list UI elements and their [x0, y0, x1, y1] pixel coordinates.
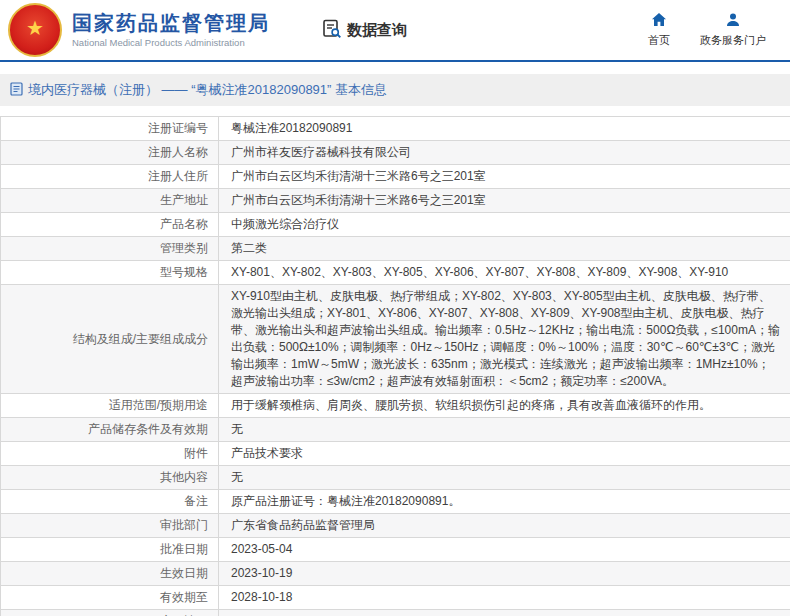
table-row: 批准日期2023-05-04 [1, 538, 790, 562]
row-value: 粤械注准20182090891 [218, 117, 790, 140]
table-row: 注册人名称广州市祥友医疗器械科技有限公司 [1, 141, 790, 165]
row-label-text: 产品储存条件及有效期 [88, 421, 208, 438]
brand-block: 国家药品监督管理局 National Medical Products Admi… [72, 12, 270, 48]
row-label: 型号规格 [1, 261, 218, 284]
row-value-text: XY-801、XY-802、XY-803、XY-805、XY-806、XY-80… [231, 264, 728, 281]
row-value-text: 广州市白云区均禾街清湖十三米路6号之三201室 [231, 168, 486, 185]
row-value: XY-801、XY-802、XY-803、XY-805、XY-806、XY-80… [218, 261, 790, 284]
row-value-text: 产品技术要求 [231, 445, 303, 462]
header-nav: 首页 政务服务门户 [648, 12, 776, 48]
row-value: 第二类 [218, 237, 790, 260]
table-row: 变更情况 [1, 610, 790, 616]
row-value: 用于缓解颈椎病、肩周炎、腰肌劳损、软组织损伤引起的疼痛，具有改善血液循环的作用。 [218, 394, 790, 417]
table-row: 注册证编号粤械注准20182090891 [1, 117, 790, 141]
nav-home[interactable]: 首页 [648, 12, 670, 48]
row-label-text: 适用范围/预期用途 [109, 397, 208, 414]
breadcrumb: 境内医疗器械（注册） —— “粤械注准20182090891” 基本信息 [0, 74, 790, 106]
row-label-text: 有效期至 [160, 589, 208, 606]
row-value-text: 中频激光综合治疗仪 [231, 216, 339, 233]
table-row: 型号规格XY-801、XY-802、XY-803、XY-805、XY-806、X… [1, 261, 790, 285]
row-label: 生产地址 [1, 189, 218, 212]
table-row: 结构及组成/主要组成成分XY-910型由主机、皮肤电极、热疗带组成；XY-802… [1, 285, 790, 394]
row-label: 有效期至 [1, 586, 218, 609]
row-label-text: 型号规格 [160, 264, 208, 281]
table-row: 其他内容无 [1, 466, 790, 490]
row-label: 注册证编号 [1, 117, 218, 140]
table-row: 生产地址广州市白云区均禾街清湖十三米路6号之三201室 [1, 189, 790, 213]
row-value: XY-910型由主机、皮肤电极、热疗带组成；XY-802、XY-803、XY-8… [218, 285, 790, 393]
row-value: 广州市祥友医疗器械科技有限公司 [218, 141, 790, 164]
data-query-label: 数据查询 [347, 21, 407, 40]
row-label: 附件 [1, 442, 218, 465]
star-icon: ★ [26, 18, 44, 38]
national-emblem-logo: ★ [8, 3, 62, 57]
home-icon [651, 12, 667, 30]
row-value-text: 无 [231, 421, 243, 438]
row-value: 广州市白云区均禾街清湖十三米路6号之三201室 [218, 165, 790, 188]
row-value-text: 广东省食品药品监督管理局 [231, 517, 375, 534]
row-label-text: 生效日期 [160, 565, 208, 582]
row-value-text: 2028-10-18 [231, 589, 292, 606]
row-label: 注册人名称 [1, 141, 218, 164]
row-label: 管理类别 [1, 237, 218, 260]
data-query-tab[interactable]: 数据查询 [322, 19, 407, 42]
row-value-text: 粤械注准20182090891 [231, 120, 352, 137]
row-label: 其他内容 [1, 466, 218, 489]
row-value: 中频激光综合治疗仪 [218, 213, 790, 236]
row-value: 2023-05-04 [218, 538, 790, 561]
row-value-text: 用于缓解颈椎病、肩周炎、腰肌劳损、软组织损伤引起的疼痛，具有改善血液循环的作用。 [231, 397, 711, 414]
row-value: 广东省食品药品监督管理局 [218, 514, 790, 537]
row-value: 原产品注册证号：粤械注准20182090891。 [218, 490, 790, 513]
nav-portal-label: 政务服务门户 [700, 33, 766, 48]
table-row: 备注原产品注册证号：粤械注准20182090891。 [1, 490, 790, 514]
info-table: 注册证编号粤械注准20182090891注册人名称广州市祥友医疗器械科技有限公司… [0, 116, 790, 616]
row-label: 审批部门 [1, 514, 218, 537]
table-row: 注册人住所广州市白云区均禾街清湖十三米路6号之三201室 [1, 165, 790, 189]
row-label: 变更情况 [1, 610, 218, 616]
table-row: 产品储存条件及有效期无 [1, 418, 790, 442]
row-value-text: 广州市白云区均禾街清湖十三米路6号之三201室 [231, 192, 486, 209]
row-label-text: 审批部门 [160, 517, 208, 534]
nav-home-label: 首页 [648, 33, 670, 48]
nav-portal[interactable]: 政务服务门户 [700, 12, 766, 48]
row-label-text: 其他内容 [160, 469, 208, 486]
row-label-text: 备注 [184, 493, 208, 510]
row-value: 产品技术要求 [218, 442, 790, 465]
row-label: 结构及组成/主要组成成分 [1, 285, 218, 393]
row-label: 生效日期 [1, 562, 218, 585]
row-value: 2028-10-18 [218, 586, 790, 609]
table-row: 有效期至2028-10-18 [1, 586, 790, 610]
document-icon [10, 82, 23, 99]
table-row: 适用范围/预期用途用于缓解颈椎病、肩周炎、腰肌劳损、软组织损伤引起的疼痛，具有改… [1, 394, 790, 418]
row-value: 2023-10-19 [218, 562, 790, 585]
row-label-text: 注册人名称 [148, 144, 208, 161]
row-value-text: XY-910型由主机、皮肤电极、热疗带组成；XY-802、XY-803、XY-8… [231, 288, 780, 390]
row-value-text: 2023-10-19 [231, 565, 292, 582]
site-header: ★ 国家药品监督管理局 National Medical Products Ad… [0, 0, 790, 62]
row-label-text: 生产地址 [160, 192, 208, 209]
row-label: 注册人住所 [1, 165, 218, 188]
table-row: 审批部门广东省食品药品监督管理局 [1, 514, 790, 538]
row-label: 适用范围/预期用途 [1, 394, 218, 417]
row-value: 广州市白云区均禾街清湖十三米路6号之三201室 [218, 189, 790, 212]
row-label-text: 注册证编号 [148, 120, 208, 137]
row-value-text: 第二类 [231, 240, 267, 257]
row-label-text: 产品名称 [160, 216, 208, 233]
table-row: 管理类别第二类 [1, 237, 790, 261]
table-row: 生效日期2023-10-19 [1, 562, 790, 586]
table-row: 附件产品技术要求 [1, 442, 790, 466]
row-label-text: 结构及组成/主要组成成分 [73, 331, 208, 348]
table-row: 产品名称中频激光综合治疗仪 [1, 213, 790, 237]
row-label: 产品储存条件及有效期 [1, 418, 218, 441]
row-label-text: 注册人住所 [148, 168, 208, 185]
row-value-text: 无 [231, 469, 243, 486]
row-label-text: 管理类别 [160, 240, 208, 257]
site-title: 国家药品监督管理局 [72, 12, 270, 35]
user-icon [725, 12, 741, 30]
row-value: 无 [218, 418, 790, 441]
row-value [218, 610, 790, 616]
row-label-text: 附件 [184, 445, 208, 462]
doc-search-icon [322, 19, 342, 42]
row-value-text: 广州市祥友医疗器械科技有限公司 [231, 144, 411, 161]
row-value-text: 原产品注册证号：粤械注准20182090891。 [231, 493, 460, 510]
